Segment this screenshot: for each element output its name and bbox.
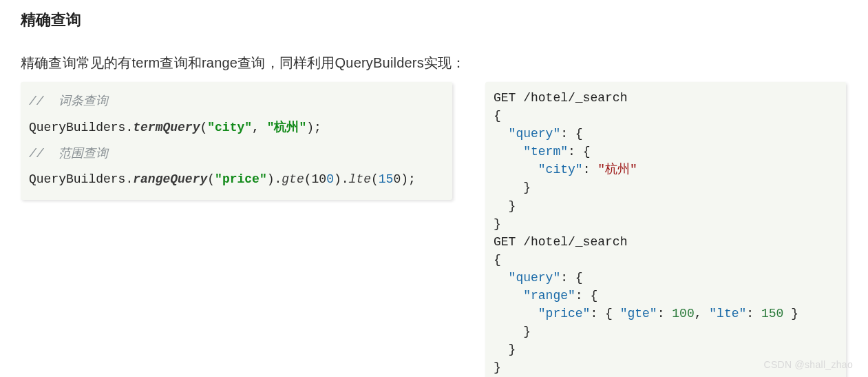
term-arg-hangzhou: "杭州" — [267, 121, 307, 134]
colon-4: : — [746, 307, 761, 320]
term-arg-city: "city" — [207, 121, 252, 134]
code-columns: // 词条查询 QueryBuilders.termQuery("city", … — [21, 82, 847, 377]
paren-close-4: ); — [401, 172, 416, 186]
paren-close-1: ); — [306, 121, 321, 134]
section-heading: 精确查询 — [21, 10, 847, 30]
key-query-1: "query" — [509, 127, 561, 141]
paren-open-4: ( — [371, 172, 379, 186]
key-city: "city" — [538, 163, 583, 176]
paren-close-3: ). — [334, 172, 349, 186]
brace-close-f: } — [494, 360, 501, 374]
get-line-1: GET /hotel/_search — [494, 91, 627, 105]
key-range: "range" — [523, 289, 575, 303]
colon-brace-4: : { — [575, 289, 597, 303]
comma-1: , — [252, 121, 267, 134]
lte-val-b: 0 — [393, 172, 401, 186]
builder-text-2: QueryBuilders. — [29, 172, 133, 186]
paren-open-3: ( — [304, 172, 312, 186]
colon-1: : — [583, 163, 598, 176]
val-gte: 100 — [672, 307, 694, 320]
range-arg-price: "price" — [215, 172, 267, 186]
comment-range: // 范围查询 — [29, 147, 108, 161]
paren-open-1: ( — [200, 121, 207, 134]
java-code-block: // 词条查询 QueryBuilders.termQuery("city", … — [21, 82, 452, 200]
key-lte: "lte" — [709, 307, 746, 320]
gte-val-a: 10 — [312, 172, 327, 186]
lte-method: lte — [349, 172, 371, 186]
key-query-2: "query" — [509, 271, 561, 285]
intro-paragraph: 精确查询常见的有term查询和range查询，同样利用QueryBuilders… — [21, 54, 847, 72]
comment-term: // 词条查询 — [29, 94, 108, 108]
builder-text: QueryBuilders. — [29, 121, 133, 134]
brace-open-2: { — [494, 253, 501, 267]
term-method: termQuery — [133, 121, 200, 134]
key-gte: "gte" — [620, 307, 657, 320]
colon-brace-1: : { — [560, 127, 582, 141]
brace-close-d: } — [523, 325, 531, 338]
colon-brace-2: : { — [568, 145, 590, 159]
gte-val-b: 0 — [326, 172, 334, 186]
comma-2: , — [695, 307, 710, 320]
colon-3: : — [657, 307, 673, 320]
colon-2: : { — [590, 307, 620, 320]
brace-close-b: } — [509, 199, 516, 213]
dsl-code-block: GET /hotel/_search { "query": { "term": … — [485, 82, 846, 377]
key-price: "price" — [538, 307, 591, 320]
val-city: "杭州" — [597, 163, 637, 176]
get-line-2: GET /hotel/_search — [494, 235, 627, 249]
paren-open-2: ( — [207, 172, 215, 186]
brace-close-a: } — [523, 181, 531, 194]
brace-close-e: } — [509, 343, 516, 356]
key-term: "term" — [523, 145, 568, 159]
brace-open-1: { — [494, 109, 501, 123]
paren-close-2: ). — [267, 172, 282, 186]
gte-method: gte — [282, 172, 304, 186]
inline-close: } — [783, 307, 798, 320]
range-method: rangeQuery — [133, 172, 207, 186]
lte-val-a: 15 — [379, 172, 394, 186]
brace-close-c: } — [494, 217, 501, 231]
colon-brace-3: : { — [560, 271, 582, 285]
val-lte: 150 — [761, 307, 783, 320]
